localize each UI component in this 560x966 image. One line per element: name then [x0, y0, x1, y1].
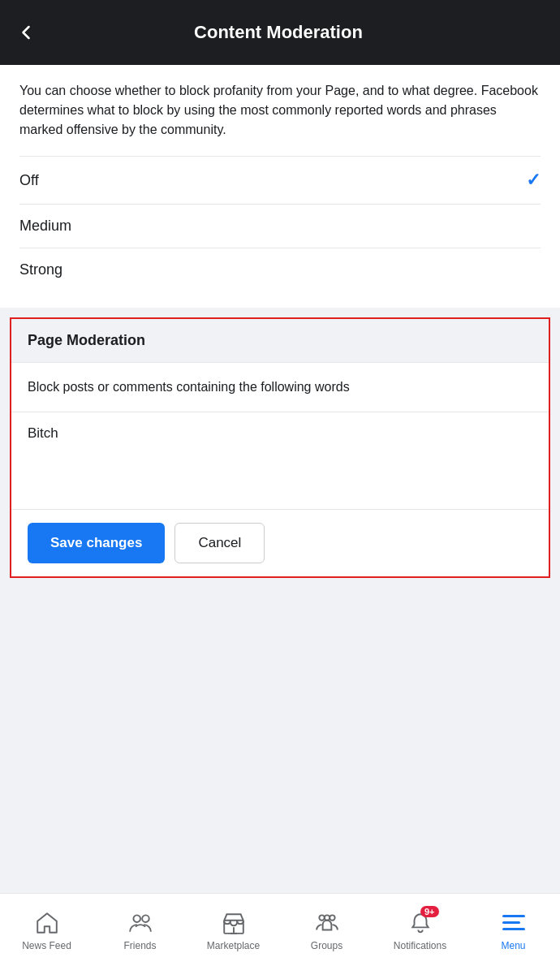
- bottom-navigation: News Feed Friends: [0, 893, 560, 966]
- page-title: Content Moderation: [52, 22, 505, 43]
- friends-icon: [127, 909, 154, 937]
- svg-point-6: [330, 915, 334, 920]
- option-label-medium: Medium: [19, 218, 71, 235]
- option-label-off: Off: [19, 172, 39, 189]
- back-button[interactable]: [16, 23, 36, 42]
- svg-point-5: [319, 915, 324, 920]
- menu-line-3: [502, 928, 525, 930]
- page-mod-header: Page Moderation: [11, 319, 549, 363]
- nav-item-menu[interactable]: Menu: [467, 894, 560, 966]
- profanity-description: You can choose whether to block profanit…: [19, 81, 541, 140]
- home-icon: [33, 909, 61, 937]
- option-row-off[interactable]: Off ✓: [19, 156, 541, 204]
- nav-label-notifications: Notifications: [394, 940, 446, 951]
- option-row-medium[interactable]: Medium: [19, 204, 541, 248]
- page-mod-description: Block posts or comments containing the f…: [11, 363, 549, 412]
- groups-icon: [313, 909, 341, 937]
- page-mod-body: Block posts or comments containing the f…: [11, 363, 549, 576]
- nav-label-news-feed: News Feed: [22, 940, 71, 951]
- nav-item-groups[interactable]: Groups: [280, 894, 373, 966]
- notification-badge: 9+: [420, 906, 439, 917]
- header: Content Moderation: [0, 0, 560, 65]
- cancel-button[interactable]: Cancel: [174, 523, 265, 563]
- nav-label-marketplace: Marketplace: [207, 940, 260, 951]
- nav-label-friends: Friends: [123, 940, 156, 951]
- menu-line-1: [502, 915, 525, 917]
- checkmark-icon: ✓: [526, 170, 541, 191]
- marketplace-icon: [220, 909, 248, 937]
- main-content: You can choose whether to block profanit…: [0, 65, 560, 893]
- menu-line-2: [502, 921, 520, 924]
- profanity-filter-card: You can choose whether to block profanit…: [0, 65, 560, 308]
- blocked-words-value: Bitch: [28, 425, 58, 441]
- page-mod-title: Page Moderation: [28, 332, 532, 349]
- nav-item-marketplace[interactable]: Marketplace: [187, 894, 280, 966]
- action-buttons: Save changes Cancel: [11, 510, 549, 576]
- option-label-strong: Strong: [19, 261, 62, 278]
- nav-item-notifications[interactable]: 9+ Notifications: [373, 894, 467, 966]
- svg-point-0: [133, 915, 140, 922]
- menu-icon: [500, 909, 528, 937]
- save-changes-button[interactable]: Save changes: [28, 523, 165, 563]
- blocked-words-field[interactable]: Bitch: [11, 412, 549, 510]
- nav-label-groups: Groups: [311, 940, 342, 951]
- nav-label-menu: Menu: [501, 940, 525, 951]
- option-row-strong[interactable]: Strong: [19, 248, 541, 291]
- nav-item-news-feed[interactable]: News Feed: [0, 894, 93, 966]
- page-moderation-card: Page Moderation Block posts or comments …: [10, 317, 550, 578]
- notifications-icon: 9+: [407, 909, 434, 937]
- nav-item-friends[interactable]: Friends: [93, 894, 187, 966]
- svg-point-1: [142, 915, 149, 922]
